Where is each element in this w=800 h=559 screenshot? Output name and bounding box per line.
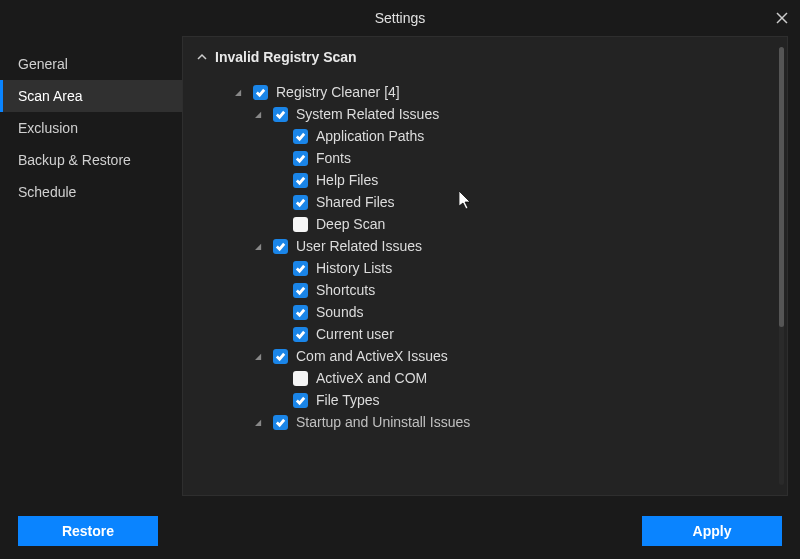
titlebar: Settings [0,0,800,36]
section-header-invalid-registry-scan[interactable]: Invalid Registry Scan [183,37,787,77]
checkbox[interactable] [293,173,308,188]
tree-node-system-related-issues[interactable]: ◢ System Related Issues [211,103,787,125]
window-title: Settings [375,10,426,26]
tree-node-current-user[interactable]: ·Current user [211,323,787,345]
footer: Restore Apply [0,503,800,559]
checkbox[interactable] [293,371,308,386]
tree-node-fonts[interactable]: ·Fonts [211,147,787,169]
checkbox[interactable] [273,239,288,254]
tree-node-history-lists[interactable]: ·History Lists [211,257,787,279]
sidebar-item-scan-area[interactable]: Scan Area [0,80,182,112]
tree-node-file-types[interactable]: ·File Types [211,389,787,411]
checkbox[interactable] [293,217,308,232]
apply-button[interactable]: Apply [642,516,782,546]
scrollbar-thumb[interactable] [779,47,784,327]
tree-node-registry-cleaner[interactable]: ◢ Registry Cleaner [4] [211,81,787,103]
tree-node-shared-files[interactable]: ·Shared Files [211,191,787,213]
main-panel: Invalid Registry Scan ◢ Registry Cleaner… [182,36,788,496]
tree-node-deep-scan[interactable]: ·Deep Scan [211,213,787,235]
collapse-icon[interactable]: ◢ [251,242,265,251]
close-icon [776,12,788,24]
tree-node-sounds[interactable]: ·Sounds [211,301,787,323]
tree-node-startup-uninstall-issues[interactable]: ◢ Startup and Uninstall Issues [211,411,787,433]
checkbox[interactable] [293,261,308,276]
checkbox[interactable] [293,151,308,166]
checkbox[interactable] [293,393,308,408]
collapse-icon[interactable]: ◢ [251,418,265,427]
tree-node-user-related-issues[interactable]: ◢ User Related Issues [211,235,787,257]
checkbox[interactable] [253,85,268,100]
close-button[interactable] [772,8,792,28]
checkbox[interactable] [273,107,288,122]
restore-button[interactable]: Restore [18,516,158,546]
tree-node-help-files[interactable]: ·Help Files [211,169,787,191]
sidebar-item-exclusion[interactable]: Exclusion [0,112,182,144]
collapse-icon[interactable]: ◢ [231,88,245,97]
checkbox[interactable] [293,305,308,320]
tree-node-shortcuts[interactable]: ·Shortcuts [211,279,787,301]
tree-node-application-paths[interactable]: ·Application Paths [211,125,787,147]
checkbox[interactable] [293,283,308,298]
checkbox[interactable] [273,415,288,430]
tree-node-activex-com[interactable]: ·ActiveX and COM [211,367,787,389]
sidebar: General Scan Area Exclusion Backup & Res… [0,36,182,496]
sidebar-item-general[interactable]: General [0,48,182,80]
sidebar-item-schedule[interactable]: Schedule [0,176,182,208]
checkbox[interactable] [293,129,308,144]
collapse-icon[interactable]: ◢ [251,110,265,119]
tree-node-com-activex-issues[interactable]: ◢ Com and ActiveX Issues [211,345,787,367]
collapse-icon[interactable]: ◢ [251,352,265,361]
checkbox[interactable] [293,327,308,342]
sidebar-item-backup-restore[interactable]: Backup & Restore [0,144,182,176]
chevron-up-icon [197,52,207,62]
tree: ◢ Registry Cleaner [4] ◢ System Related … [183,77,787,496]
checkbox[interactable] [273,349,288,364]
checkbox[interactable] [293,195,308,210]
section-title: Invalid Registry Scan [215,49,357,65]
